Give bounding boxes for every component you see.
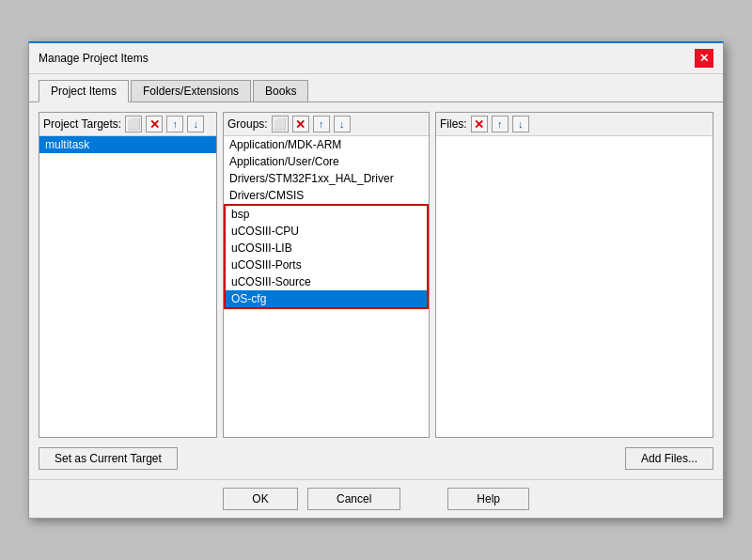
- up-icon: ↑: [497, 118, 503, 130]
- up-icon: ↑: [319, 118, 324, 130]
- groups-header: Groups: ⬜ ✕ ↑ ↓: [224, 113, 429, 136]
- list-item[interactable]: uCOSIII-LIB: [226, 240, 427, 257]
- dialog-title: Manage Project Items: [39, 52, 149, 65]
- files-up-button[interactable]: ↑: [492, 116, 509, 132]
- new-icon: ⬜: [127, 117, 141, 131]
- tab-books[interactable]: Books: [253, 80, 308, 101]
- close-button[interactable]: ✕: [695, 49, 713, 68]
- bottom-right: Add Files...: [625, 447, 713, 470]
- targets-list: multitask: [39, 136, 216, 437]
- list-item[interactable]: OS-cfg: [226, 290, 427, 307]
- targets-down-button[interactable]: ↓: [187, 116, 204, 132]
- targets-label: Project Targets:: [43, 117, 121, 131]
- title-bar: Manage Project Items ✕: [29, 43, 723, 74]
- list-item[interactable]: uCOSIII-Ports: [226, 257, 427, 273]
- groups-up-button[interactable]: ↑: [313, 116, 330, 132]
- down-icon: ↓: [193, 118, 198, 130]
- bottom-left: Set as Current Target: [39, 447, 178, 470]
- groups-panel: Groups: ⬜ ✕ ↑ ↓ Application/MDK-ARM: [223, 112, 430, 438]
- targets-up-button[interactable]: ↑: [166, 116, 183, 132]
- cancel-button[interactable]: Cancel: [307, 488, 400, 510]
- list-item[interactable]: Application/User/Core: [224, 153, 429, 170]
- list-item[interactable]: multitask: [39, 136, 216, 153]
- files-down-button[interactable]: ↓: [512, 116, 529, 132]
- help-button[interactable]: Help: [447, 488, 529, 510]
- list-item[interactable]: Drivers/STM32F1xx_HAL_Driver: [224, 170, 429, 187]
- new-icon: ⬜: [273, 117, 287, 131]
- tab-bar: Project Items Folders/Extensions Books: [29, 74, 723, 102]
- set-current-target-button[interactable]: Set as Current Target: [39, 447, 178, 470]
- dialog-footer: OK Cancel Help: [29, 479, 723, 518]
- files-header: Files: ✕ ↑ ↓: [436, 113, 713, 136]
- down-icon: ↓: [339, 118, 345, 130]
- panels-row: Project Targets: ⬜ ✕ ↑ ↓ multitask: [39, 112, 713, 438]
- tab-folders-extensions[interactable]: Folders/Extensions: [131, 80, 251, 101]
- delete-icon: ✕: [149, 117, 160, 132]
- list-item[interactable]: bsp: [226, 206, 427, 223]
- targets-header: Project Targets: ⬜ ✕ ↑ ↓: [39, 113, 216, 136]
- groups-list: Application/MDK-ARM Application/User/Cor…: [224, 136, 429, 437]
- groups-label: Groups:: [227, 117, 268, 131]
- targets-delete-button[interactable]: ✕: [146, 116, 163, 132]
- list-item[interactable]: Drivers/CMSIS: [224, 187, 429, 204]
- targets-panel: Project Targets: ⬜ ✕ ↑ ↓ multitask: [39, 112, 217, 438]
- down-icon: ↓: [518, 118, 524, 130]
- highlighted-group-region: bsp uCOSIII-CPU uCOSIII-LIB uCOSIII-Port…: [224, 204, 429, 309]
- files-list: [436, 136, 713, 437]
- list-item[interactable]: uCOSIII-Source: [226, 273, 427, 290]
- groups-new-button[interactable]: ⬜: [272, 116, 289, 132]
- targets-new-button[interactable]: ⬜: [125, 116, 142, 132]
- files-delete-button[interactable]: ✕: [471, 116, 488, 132]
- main-content: Project Targets: ⬜ ✕ ↑ ↓ multitask: [29, 102, 723, 479]
- groups-down-button[interactable]: ↓: [334, 116, 351, 132]
- ok-button[interactable]: OK: [223, 488, 298, 510]
- add-files-button[interactable]: Add Files...: [625, 447, 713, 470]
- manage-project-items-dialog: Manage Project Items ✕ Project Items Fol…: [28, 41, 724, 519]
- list-item[interactable]: uCOSIII-CPU: [226, 223, 427, 240]
- list-item[interactable]: Application/MDK-ARM: [224, 136, 429, 153]
- delete-icon: ✕: [295, 117, 306, 132]
- tab-project-items[interactable]: Project Items: [39, 80, 129, 102]
- groups-delete-button[interactable]: ✕: [292, 116, 309, 132]
- files-label: Files:: [440, 117, 467, 131]
- delete-icon: ✕: [474, 117, 484, 132]
- bottom-row: Set as Current Target Add Files...: [39, 447, 713, 470]
- up-icon: ↑: [172, 118, 178, 130]
- files-panel: Files: ✕ ↑ ↓: [435, 112, 713, 438]
